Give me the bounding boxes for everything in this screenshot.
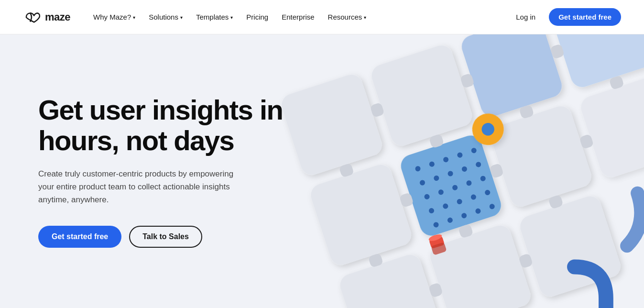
nav-label-pricing: Pricing [246, 13, 268, 21]
hero-buttons: Get started free Talk to Sales [38, 226, 316, 248]
navbar: maze Why Maze? ▾ Solutions ▾ Templates ▾… [0, 0, 644, 34]
hero-title: Get user insights in hours, not days [38, 95, 316, 156]
hero-primary-cta[interactable]: Get started free [38, 226, 121, 248]
nav-item-templates[interactable]: Templates ▾ [190, 9, 239, 25]
nav-label-solutions: Solutions [149, 13, 178, 21]
nav-links: Why Maze? ▾ Solutions ▾ Templates ▾ Pric… [87, 9, 372, 25]
nav-item-solutions[interactable]: Solutions ▾ [143, 9, 188, 25]
nav-label-enterprise: Enterprise [282, 13, 314, 21]
logo-text: maze [45, 11, 70, 23]
chevron-down-icon: ▾ [133, 15, 135, 20]
svg-rect-5 [398, 132, 504, 239]
svg-rect-32 [578, 74, 644, 180]
hero-content: Get user insights in hours, not days Cre… [0, 34, 354, 308]
hero-secondary-cta[interactable]: Talk to Sales [129, 226, 202, 248]
nav-label-templates: Templates [196, 13, 229, 21]
svg-rect-2 [459, 34, 565, 119]
nav-cta-button[interactable]: Get started free [549, 8, 621, 26]
nav-label-why-maze: Why Maze? [93, 13, 131, 21]
svg-rect-31 [488, 103, 594, 209]
logo[interactable]: maze [23, 11, 70, 23]
chevron-down-icon: ▾ [230, 15, 233, 20]
svg-rect-34 [427, 222, 534, 308]
hero-subtitle: Create truly customer-centric products b… [38, 167, 239, 207]
nav-left: maze Why Maze? ▾ Solutions ▾ Templates ▾… [23, 9, 372, 25]
nav-label-resources: Resources [328, 13, 362, 21]
chevron-down-icon: ▾ [364, 15, 366, 20]
nav-item-pricing[interactable]: Pricing [240, 9, 274, 25]
maze-logo-icon [23, 11, 40, 23]
login-button[interactable]: Log in [510, 9, 541, 25]
svg-rect-3 [549, 34, 644, 90]
nav-item-why-maze[interactable]: Why Maze? ▾ [87, 9, 141, 25]
nav-item-resources[interactable]: Resources ▾ [322, 9, 372, 25]
nav-item-enterprise[interactable]: Enterprise [276, 9, 320, 25]
chevron-down-icon: ▾ [180, 15, 183, 20]
nav-right: Log in Get started free [510, 8, 621, 26]
svg-rect-1 [369, 43, 475, 149]
hero-section: Get user insights in hours, not days Cre… [0, 34, 644, 308]
